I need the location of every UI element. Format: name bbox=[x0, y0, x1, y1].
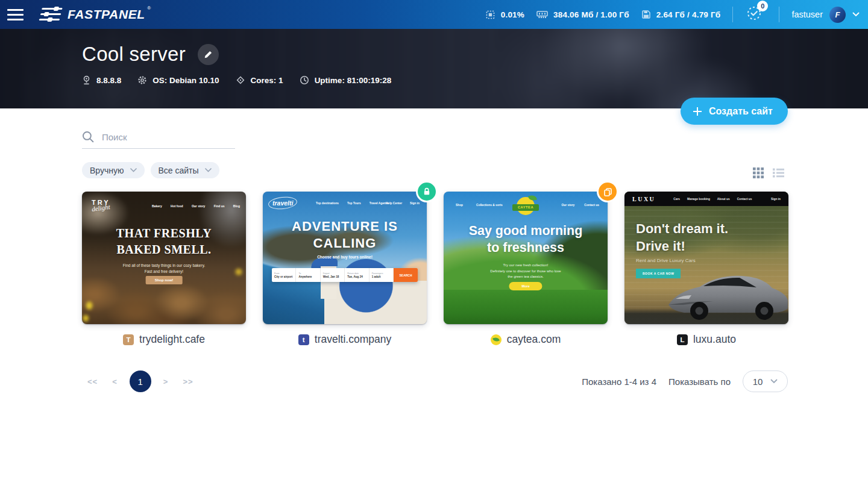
search-icon bbox=[82, 131, 94, 143]
pagination-last[interactable]: >> bbox=[177, 377, 198, 386]
thumb-nav: CarsManage bookingAbout usContact us bbox=[673, 198, 752, 201]
os-gear-icon bbox=[137, 75, 147, 85]
ram-icon bbox=[536, 10, 548, 19]
site-domain-link[interactable]: L luxu.auto bbox=[624, 333, 788, 346]
per-page-value: 10 bbox=[753, 377, 763, 387]
cpu-value: 0.01% bbox=[501, 10, 524, 19]
thumb-heading: ADVENTURE IS CALLING bbox=[263, 218, 427, 252]
menu-icon[interactable] bbox=[7, 9, 24, 20]
site-card-trydelight: TRY delight BakeryHot foodOur storyFind … bbox=[82, 192, 246, 346]
site-domain-link[interactable]: T trydelight.cafe bbox=[82, 333, 246, 346]
site-favicon: T bbox=[123, 334, 134, 345]
create-site-label: Создать сайт bbox=[709, 106, 773, 117]
server-header: Cool server 8.8.8.8 OS: Debian 10.10 Cor… bbox=[0, 29, 868, 108]
ram-stat[interactable]: 384.06 Мб / 1.00 Гб bbox=[536, 10, 629, 19]
thumb-topbar: LUXU CarsManage bookingAbout usContact u… bbox=[624, 192, 788, 206]
sports-car-graphic bbox=[665, 267, 788, 323]
server-cores: Cores: 1 bbox=[236, 75, 283, 85]
pagination-first[interactable]: << bbox=[82, 377, 103, 386]
sites-grid: TRY delight BakeryHot foodOur storyFind … bbox=[82, 192, 788, 346]
registered-mark: ® bbox=[147, 5, 151, 11]
chevron-down-icon bbox=[130, 168, 137, 172]
site-card-travelti: travelti Top destinationsTop ToursTravel… bbox=[263, 192, 427, 346]
pagination-prev[interactable]: < bbox=[107, 377, 123, 386]
site-type-filter-label: Все сайты bbox=[159, 166, 199, 175]
location-pin-icon bbox=[82, 75, 91, 85]
avatar: F bbox=[829, 7, 846, 23]
search-field bbox=[82, 131, 235, 149]
disk-value: 2.64 Гб / 4.79 Гб bbox=[656, 10, 721, 19]
thumb-search-bar: FromCity or airport ToAnywhere DepartWed… bbox=[272, 268, 418, 282]
chevron-down-icon bbox=[852, 12, 860, 17]
disk-icon bbox=[641, 10, 651, 19]
grid-view-button[interactable] bbox=[753, 167, 764, 181]
ssl-badge[interactable] bbox=[416, 181, 438, 202]
bakery-photo bbox=[82, 192, 246, 324]
divider bbox=[779, 7, 779, 22]
site-domain-link[interactable]: t travelti.company bbox=[263, 333, 427, 346]
username: fastuser bbox=[791, 10, 823, 19]
thumb-heading: THAT FRESHLY BAKED SMELL. bbox=[82, 225, 246, 258]
thumb-nav-right: Help CenterSign in bbox=[386, 202, 420, 205]
create-site-button[interactable]: Создать сайт bbox=[681, 98, 788, 125]
site-domain: luxu.auto bbox=[693, 333, 736, 346]
site-thumbnail-luxu[interactable]: LUXU CarsManage bookingAbout usContact u… bbox=[624, 192, 788, 324]
tasks-button[interactable]: 0 bbox=[746, 5, 762, 23]
plus-icon bbox=[692, 106, 703, 117]
thumb-subtext: Choose and buy tours online! bbox=[263, 255, 427, 259]
user-menu[interactable]: fastuser F bbox=[791, 7, 860, 23]
copy-icon bbox=[603, 187, 613, 197]
site-thumbnail-travelti[interactable]: travelti Top destinationsTop ToursTravel… bbox=[263, 192, 427, 324]
sort-filter-dropdown[interactable]: Вручную bbox=[82, 162, 145, 178]
cpu-icon bbox=[485, 10, 495, 20]
server-uptime: Uptime: 81:00:19:28 bbox=[300, 75, 392, 85]
site-favicon: L bbox=[677, 334, 688, 345]
site-thumbnail-trydelight[interactable]: TRY delight BakeryHot foodOur storyFind … bbox=[82, 192, 246, 324]
topbar: FASTPANEL® 0.01% 384.06 Мб / 1.00 Гб 2.6… bbox=[0, 0, 868, 29]
uptime-clock-icon bbox=[300, 75, 309, 85]
thumb-nav: BakeryHot foodOur storyFind usBlog bbox=[152, 204, 240, 208]
lock-icon bbox=[422, 187, 432, 196]
search-input[interactable] bbox=[102, 132, 225, 142]
pagination-next[interactable]: > bbox=[158, 377, 174, 386]
thumb-nav-right: Our storyContact us bbox=[562, 204, 599, 207]
per-page-select[interactable]: 10 bbox=[743, 370, 788, 392]
chevron-down-icon bbox=[205, 168, 212, 172]
fastpanel-logo-text: FASTPANEL® bbox=[68, 7, 151, 22]
thumb-cta-button: More bbox=[509, 282, 542, 290]
site-card-caytea: ShopCollections & sorts Our storyContact… bbox=[444, 192, 608, 346]
sort-filter-label: Вручную bbox=[90, 166, 124, 175]
per-page-label: Показывать по bbox=[668, 377, 731, 387]
server-ip: 8.8.8.8 bbox=[82, 75, 121, 85]
page-title: Cool server bbox=[82, 43, 186, 66]
pagination-summary: Показано 1-4 из 4 bbox=[582, 377, 656, 387]
thumb-logo: CAYTEA bbox=[514, 195, 538, 217]
edit-server-name-button[interactable] bbox=[198, 44, 219, 65]
thumb-subtext: Rent and Drive Luxury Cars bbox=[636, 258, 696, 263]
mirror-badge[interactable] bbox=[597, 181, 618, 202]
chevron-down-icon bbox=[770, 379, 778, 384]
tasks-count-badge: 0 bbox=[757, 1, 768, 11]
edit-pencil-icon bbox=[204, 50, 213, 59]
thumb-search-button: SEARCH bbox=[394, 268, 418, 282]
fastpanel-logo-icon bbox=[39, 7, 64, 22]
site-card-luxu: LUXU CarsManage bookingAbout usContact u… bbox=[624, 192, 788, 346]
thumb-heading: Don't dream it. Drive it! bbox=[636, 220, 728, 255]
site-domain-link[interactable]: caytea.com bbox=[444, 333, 608, 346]
cores-diamond-icon bbox=[236, 75, 245, 85]
disk-stat[interactable]: 2.64 Гб / 4.79 Гб bbox=[641, 10, 721, 19]
list-view-button[interactable] bbox=[773, 167, 784, 181]
thumb-heading: Say good morning to freshness bbox=[444, 223, 608, 256]
thumb-subtext: Try our new fresh collection! Definitely… bbox=[444, 263, 608, 280]
site-favicon: t bbox=[298, 334, 309, 345]
cpu-stat[interactable]: 0.01% bbox=[485, 10, 524, 20]
site-domain: travelti.company bbox=[315, 333, 391, 346]
site-type-filter-dropdown[interactable]: Все сайты bbox=[151, 162, 219, 178]
fastpanel-logo[interactable]: FASTPANEL® bbox=[40, 7, 151, 22]
thumb-nav: ShopCollections & sorts bbox=[456, 204, 503, 207]
pagination-page-1[interactable]: 1 bbox=[130, 370, 151, 392]
divider bbox=[732, 7, 733, 22]
site-domain: trydelight.cafe bbox=[139, 333, 205, 346]
ram-value: 384.06 Мб / 1.00 Гб bbox=[553, 10, 629, 19]
site-thumbnail-caytea[interactable]: ShopCollections & sorts Our storyContact… bbox=[444, 192, 608, 324]
